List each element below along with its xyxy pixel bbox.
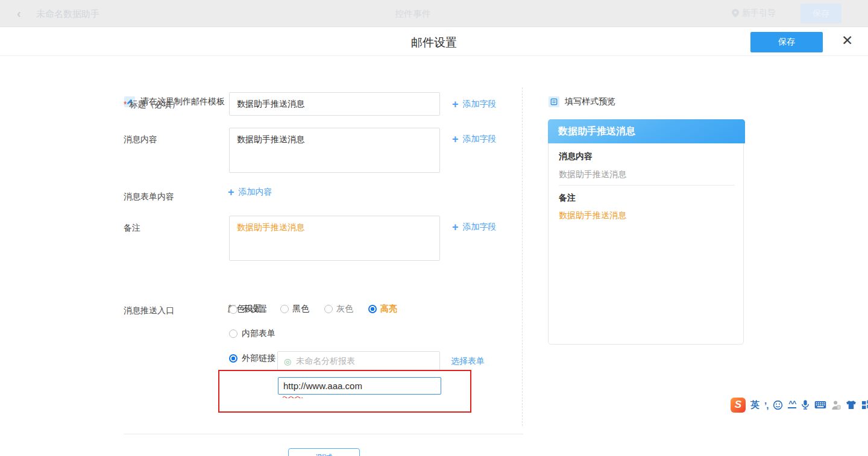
content-textarea[interactable]: 数据助手推送消息	[229, 128, 440, 173]
required-mark: *	[124, 99, 127, 109]
radio-option-internal-form[interactable]: 内部表单	[229, 328, 275, 339]
radio-icon	[280, 305, 289, 313]
radio-icon	[324, 305, 333, 313]
add-field-link-title[interactable]: + 添加字段	[452, 99, 497, 110]
entry-setting-label: 消息推送入口	[124, 305, 174, 316]
preview-field-value: 数据助手推送消息	[559, 210, 626, 221]
preview-header-row: 填写样式预览	[549, 96, 615, 107]
test-button[interactable]: 测试	[288, 448, 360, 456]
preview-card-title: 数据助手推送消息	[548, 119, 745, 143]
ime-toolbar: S 英 ’, ^^	[731, 396, 868, 414]
plus-icon: +	[452, 135, 459, 143]
back-icon[interactable]: ‹	[17, 7, 21, 20]
preview-field-label: 消息内容	[559, 151, 593, 162]
radio-checked-icon	[368, 305, 377, 313]
topbar-save-button[interactable]: 保存	[800, 4, 841, 23]
remark-textarea[interactable]: 数据助手推送消息	[229, 216, 440, 261]
keyboard-icon[interactable]	[814, 401, 826, 409]
radio-option-highlight[interactable]: 高亮	[368, 304, 397, 314]
email-settings-modal: 邮件设置 保存 ✕ 请在这里制作邮件模板 *标题（必填） 数据助手推送消息 + …	[0, 27, 868, 456]
remark-field-label: 备注	[124, 223, 140, 234]
radio-icon	[229, 330, 237, 338]
form-bottom-divider	[124, 434, 523, 434]
title-input[interactable]: 数据助手推送消息	[229, 92, 440, 116]
handwriting-icon[interactable]	[831, 400, 841, 410]
smiley-icon[interactable]	[773, 400, 783, 410]
annotation-highlight-box	[218, 370, 471, 413]
skin-icon[interactable]	[846, 400, 857, 410]
choose-form-link[interactable]: 选择表单	[451, 356, 485, 367]
content-field-label: 消息内容	[124, 134, 157, 145]
modal-title: 邮件设置	[0, 35, 868, 51]
preview-header-label: 填写样式预览	[565, 96, 615, 107]
internal-form-input[interactable]: ◎ 未命名分析报表	[277, 351, 440, 371]
sogou-logo-icon[interactable]: S	[731, 398, 746, 413]
radio-option-external-link[interactable]: 外部链接	[229, 353, 275, 364]
radio-checked-icon	[229, 354, 237, 363]
topbar: ‹ 未命名数据助手 控件事件 新手引导 保存	[0, 0, 868, 27]
radio-option-none[interactable]: 不设置	[229, 304, 267, 315]
toolbox-grid-icon[interactable]	[861, 400, 868, 410]
form-content-label: 消息表单内容	[124, 192, 174, 202]
add-field-link-remark[interactable]: + 添加字段	[452, 222, 497, 233]
modal-header: 邮件设置 保存 ✕	[0, 27, 868, 56]
save-button[interactable]: 保存	[750, 32, 823, 52]
location-pin-icon	[732, 9, 739, 17]
title-field-label: *标题（必填）	[124, 99, 180, 110]
expression-icon[interactable]: ^^	[788, 401, 796, 408]
plus-icon: +	[228, 188, 234, 196]
punctuation-icon[interactable]: ’,	[764, 400, 768, 410]
add-content-link[interactable]: + 添加内容	[228, 187, 272, 198]
preview-field-label: 备注	[559, 193, 576, 204]
form-preview-divider	[522, 87, 523, 426]
close-icon[interactable]: ✕	[841, 33, 853, 49]
ime-language-toggle[interactable]: 英	[750, 399, 760, 411]
radio-icon	[229, 305, 237, 314]
guide-label: 新手引导	[742, 8, 776, 19]
microphone-icon[interactable]	[801, 399, 810, 410]
preview-card: 数据助手推送消息 消息内容 数据助手推送消息 备注 数据助手推送消息	[548, 119, 744, 345]
target-icon: ◎	[284, 357, 291, 366]
internal-form-value: 未命名分析报表	[296, 356, 355, 367]
add-field-link-content[interactable]: + 添加字段	[452, 134, 497, 145]
form-preview-icon	[549, 96, 559, 107]
preview-divider	[559, 185, 735, 186]
plus-icon: +	[452, 223, 459, 231]
radio-option-black[interactable]: 黑色	[280, 304, 309, 314]
preview-field-value: 数据助手推送消息	[559, 169, 626, 180]
guide-link[interactable]: 新手引导	[732, 8, 776, 19]
app-title: 未命名数据助手	[36, 8, 99, 20]
plus-icon: +	[452, 100, 459, 108]
tab-widget-events[interactable]: 控件事件	[395, 8, 431, 20]
radio-option-grey[interactable]: 灰色	[324, 304, 353, 314]
